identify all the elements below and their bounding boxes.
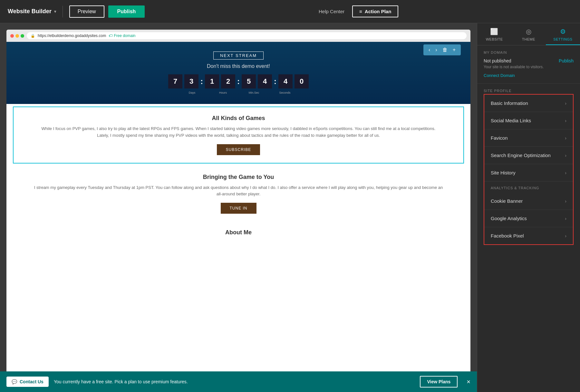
domain-publish-link[interactable]: Publish: [559, 58, 574, 63]
browser-toolbar: 🔒 https://etbuilderdemo.godaddysites.com…: [6, 30, 470, 42]
profile-item-google-analytics[interactable]: Google Analytics ›: [484, 210, 573, 227]
dot-red: [10, 34, 14, 38]
top-bar: Website Builder ▾ Preview Publish Help C…: [0, 0, 580, 23]
theme-tab-icon: ◎: [526, 28, 532, 35]
tab-theme[interactable]: ◎ THEME: [511, 23, 546, 45]
profile-item-cookie-banner[interactable]: Cookie Banner ›: [484, 192, 573, 210]
facebook-pixel-chevron-icon: ›: [565, 233, 566, 238]
section-text-0: While I focus on PVP games, I also try t…: [39, 126, 438, 139]
domain-status: Not published: [484, 58, 511, 63]
connect-domain-link[interactable]: Connect Domain: [484, 73, 515, 78]
countdown-sep-1: :: [200, 77, 203, 86]
countdown-label-seconds: Seconds: [278, 91, 292, 94]
toolbar-prev-button[interactable]: ‹: [427, 46, 432, 53]
view-plans-button[interactable]: View Plans: [420, 376, 458, 387]
dot-yellow: [15, 34, 19, 38]
section-all-kinds-of-games: All Kinds of Games While I focus on PVP …: [13, 107, 464, 163]
contact-us-button[interactable]: 💬 Contact Us: [6, 377, 49, 387]
hero-section: NEXT STREAM Don't miss this demo event! …: [6, 42, 470, 104]
website-tab-label: WEBSITE: [486, 37, 503, 41]
tune-in-button[interactable]: TUNE IN: [221, 203, 256, 214]
countdown-digit-5: 4: [258, 74, 272, 89]
subscribe-button[interactable]: SUBSCRIBE: [217, 144, 260, 155]
section-toolbar: ‹ › 🗑 +: [423, 44, 461, 55]
action-plan-icon: ≡: [359, 9, 362, 14]
countdown-label-days: Days: [185, 91, 199, 94]
facebook-pixel-label: Facebook Pixel: [491, 233, 524, 238]
countdown-labels: Days Hours Min.Sec Seconds: [13, 91, 464, 94]
banner-close-button[interactable]: ×: [467, 378, 470, 386]
site-history-label: Site History: [491, 170, 516, 175]
analytics-label: ANALYTICS & TRACKING: [491, 186, 566, 190]
section-title-0: All Kinds of Games: [39, 115, 438, 122]
site-profile-label: SITE PROFILE: [484, 89, 574, 93]
publish-button[interactable]: Publish: [108, 5, 145, 18]
domain-icon: 🏷: [109, 33, 112, 38]
url-text: https://etbuilderdemo.godaddysites.com: [38, 33, 106, 38]
profile-item-site-history[interactable]: Site History ›: [484, 164, 573, 182]
countdown-digit-7: 0: [295, 74, 309, 89]
countdown-digit-6: 4: [278, 74, 293, 89]
countdown-digit-2: 1: [205, 74, 219, 89]
free-domain-label: Free domain: [114, 33, 135, 38]
cookie-banner-chevron-icon: ›: [565, 199, 566, 204]
next-stream-badge: NEXT STREAM: [213, 51, 264, 60]
help-center-link[interactable]: Help Center: [319, 9, 344, 14]
profile-item-facebook-pixel[interactable]: Facebook Pixel ›: [484, 227, 573, 244]
seo-label: Search Engine Optimization: [491, 153, 551, 158]
sidebar-tabs: ⬜ WEBSITE ◎ THEME ⚙ SETTINGS: [477, 23, 580, 45]
social-media-label: Social Media Links: [491, 118, 531, 123]
seo-chevron-icon: ›: [565, 153, 566, 158]
brand-chevron-icon: ▾: [54, 9, 56, 14]
google-analytics-chevron-icon: ›: [565, 216, 566, 221]
hero-subtitle: Don't miss this demo event!: [13, 63, 464, 69]
tab-website[interactable]: ⬜ WEBSITE: [477, 23, 511, 45]
countdown-sep-3: :: [274, 77, 276, 86]
site-profile-section: SITE PROFILE Basic Information › Social …: [477, 84, 580, 392]
theme-tab-label: THEME: [522, 37, 535, 41]
browser-dots: [10, 34, 24, 38]
main-content: 🔒 https://etbuilderdemo.godaddysites.com…: [0, 23, 580, 392]
browser-url-bar: 🔒 https://etbuilderdemo.godaddysites.com…: [27, 32, 467, 39]
browser-chrome: 🔒 https://etbuilderdemo.godaddysites.com…: [6, 30, 470, 42]
basic-info-chevron-icon: ›: [565, 101, 566, 106]
domain-section-label: MY DOMAIN: [484, 51, 574, 54]
brand-logo[interactable]: Website Builder ▾: [8, 8, 56, 15]
profile-item-seo[interactable]: Search Engine Optimization ›: [484, 147, 573, 164]
toolbar-next-button[interactable]: ›: [433, 46, 439, 53]
basic-info-label: Basic Information: [491, 100, 528, 106]
profile-item-favicon[interactable]: Favicon ›: [484, 129, 573, 147]
profile-item-basic-info[interactable]: Basic Information ›: [484, 95, 573, 112]
settings-tab-label: SETTINGS: [553, 37, 572, 41]
site-history-chevron-icon: ›: [565, 170, 566, 175]
dot-green: [21, 34, 24, 38]
social-media-chevron-icon: ›: [565, 118, 566, 123]
domain-section: MY DOMAIN Not published Publish Your sit…: [477, 45, 580, 84]
profile-item-social-media[interactable]: Social Media Links ›: [484, 112, 573, 129]
preview-button[interactable]: Preview: [69, 5, 104, 18]
site-preview: NEXT STREAM Don't miss this demo event! …: [6, 42, 470, 392]
section-about-me: About Me: [6, 221, 470, 247]
countdown-label-hours: Hours: [216, 91, 230, 94]
contact-icon: 💬: [12, 379, 17, 384]
favicon-label: Favicon: [491, 135, 508, 141]
cookie-banner-label: Cookie Banner: [491, 198, 523, 204]
tab-settings[interactable]: ⚙ SETTINGS: [546, 23, 580, 45]
action-plan-label: Action Plan: [365, 9, 392, 14]
top-bar-divider: [63, 6, 63, 17]
section-title-2: About Me: [32, 229, 445, 236]
countdown-label-minsec: Min.Sec: [247, 91, 261, 94]
free-domain-badge: 🏷 Free domain: [109, 33, 135, 38]
section-bringing-game: Bringing the Game to You I stream my gam…: [6, 166, 470, 222]
countdown: 7 3 : 1 2 : 5 4 : 4 0: [13, 74, 464, 89]
favicon-chevron-icon: ›: [565, 135, 566, 141]
section-text-1: I stream my gameplay every Tuesday and T…: [32, 184, 445, 198]
domain-row: Not published Publish: [484, 58, 574, 63]
toolbar-delete-button[interactable]: 🗑: [440, 46, 450, 53]
action-plan-button[interactable]: ≡ Action Plan: [352, 5, 398, 17]
profile-items-container: Basic Information › Social Media Links ›…: [484, 94, 574, 245]
domain-sublabel: Your site is not available to visitors.: [484, 65, 574, 69]
toolbar-add-button[interactable]: +: [451, 46, 458, 53]
canvas-area: 🔒 https://etbuilderdemo.godaddysites.com…: [0, 23, 477, 392]
brand-label: Website Builder: [8, 8, 52, 15]
